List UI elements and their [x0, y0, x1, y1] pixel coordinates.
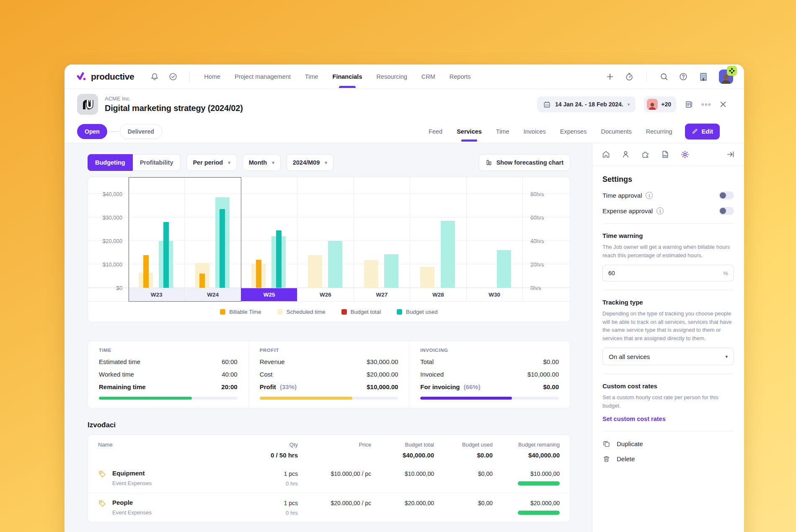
project-header: ACME Inc. Digital marketing strategy (20… — [65, 89, 744, 120]
help-icon[interactable] — [679, 72, 688, 81]
pdf-export-icon[interactable]: PDF — [661, 150, 669, 159]
week-label-w30[interactable]: W30 — [467, 288, 523, 301]
expense-approval-row: Expense approval i — [602, 207, 734, 215]
chart-controls: BudgetingProfitability Per period▾Month▾… — [88, 154, 570, 171]
tab-expenses[interactable]: Expenses — [560, 120, 587, 143]
date-range-picker[interactable]: 14 Jan 24. - 18 Feb 2024. ▾ — [537, 96, 636, 112]
delete-label: Delete — [617, 455, 635, 462]
bar-budget-total-w26 — [328, 241, 342, 288]
week-label-w23[interactable]: W23 — [129, 288, 185, 301]
tracking-type-select[interactable]: On all services ▾ — [602, 348, 734, 365]
tab-recurring[interactable]: Recurring — [646, 120, 672, 143]
organization-building-icon[interactable] — [698, 71, 709, 82]
show-forecasting-chart-button[interactable]: Show forecasting chart — [479, 154, 570, 171]
add-plus-icon[interactable] — [605, 72, 615, 81]
status-pill-open[interactable]: Open — [77, 124, 107, 139]
info-icon[interactable]: i — [646, 192, 653, 199]
stat-value: $0.00 — [543, 358, 559, 365]
approvals-check-icon[interactable] — [168, 72, 178, 81]
edit-button-label: Edit — [702, 128, 713, 135]
cell-budget-total: $10.000,00 — [371, 470, 434, 477]
activity-log-icon[interactable] — [685, 100, 693, 109]
settings-gear-icon[interactable] — [680, 150, 690, 159]
nav-item-financials[interactable]: Financials — [333, 65, 362, 88]
service-category: Event Expenses — [112, 480, 152, 486]
timer-icon[interactable] — [625, 72, 634, 81]
qty-hours: 0 hrs — [235, 510, 298, 516]
time-warning-input[interactable]: 60 % — [602, 265, 734, 281]
week-label-w26[interactable]: W26 — [297, 288, 354, 301]
financial-summary: TIMEEstimated time60:00Worked time40:00R… — [88, 341, 570, 408]
close-icon[interactable] — [719, 100, 727, 108]
nav-item-project-management[interactable]: Project management — [235, 65, 291, 88]
more-options-icon[interactable] — [702, 103, 711, 106]
status-pill-delivered[interactable]: Delivered — [120, 124, 162, 139]
tab-services[interactable]: Services — [457, 120, 482, 143]
chevron-down-icon: ▾ — [325, 160, 327, 165]
notifications-bell-icon[interactable] — [150, 72, 159, 81]
stat-value: 20:00 — [221, 383, 237, 390]
dropdown-month[interactable]: Month▾ — [243, 154, 281, 171]
tab-time[interactable]: Time — [496, 120, 509, 143]
time-approval-toggle[interactable] — [719, 191, 734, 199]
collapse-panel-icon[interactable] — [726, 150, 735, 159]
topbar-divider-2 — [646, 71, 647, 82]
segment-budgeting[interactable]: Budgeting — [88, 154, 133, 171]
dropdown-value: Per period — [193, 159, 223, 166]
delete-button[interactable]: Delete — [602, 455, 734, 463]
nav-item-time[interactable]: Time — [305, 65, 318, 88]
duplicate-label: Duplicate — [617, 440, 643, 447]
chevron-down-icon: ▾ — [725, 354, 728, 359]
expense-approval-toggle[interactable] — [719, 207, 734, 215]
tab-invoices[interactable]: Invoices — [524, 120, 546, 143]
stat-progress-fill — [420, 397, 512, 400]
services-table: Name Qty 0 / 50 hrs Price Budget total $… — [88, 434, 570, 522]
cell-budget-used: $0,00 — [434, 499, 493, 506]
dropdown-2024-m09[interactable]: 2024/M09▾ — [287, 154, 333, 171]
nav-item-resourcing[interactable]: Resourcing — [376, 65, 407, 88]
integrations-puzzle-icon[interactable] — [641, 150, 650, 159]
stat-row-worked-time: Worked time40:00 — [99, 371, 238, 378]
col-price: Price — [298, 442, 371, 448]
tab-feed[interactable]: Feed — [429, 120, 442, 143]
person-icon[interactable] — [621, 150, 630, 159]
productive-logo[interactable]: productive — [76, 72, 134, 82]
bar-budget-total-w27 — [384, 254, 398, 288]
custom-cost-rates-title: Custom cost rates — [602, 382, 734, 390]
duplicate-button[interactable]: Duplicate — [602, 440, 734, 448]
bar-chart-icon — [486, 159, 492, 166]
pencil-icon — [692, 128, 698, 134]
search-icon[interactable] — [659, 72, 669, 81]
cell-budget-used: $0,00 — [434, 470, 493, 477]
status-and-tabs-row: Open Delivered FeedServicesTimeInvoicesE… — [65, 120, 744, 143]
y-axis-tick-hours: 80hrs — [530, 191, 544, 197]
dropdown-per-period[interactable]: Per period▾ — [186, 154, 236, 171]
week-label-w25[interactable]: W25 — [241, 288, 297, 301]
nav-item-reports[interactable]: Reports — [450, 65, 471, 88]
stat-row-estimated-time: Estimated time60:00 — [99, 358, 238, 365]
table-row-people[interactable]: PeopleEvent Expenses1 pcs0 hrs$20.000,00… — [88, 493, 570, 522]
stat-label: Estimated time — [99, 358, 140, 365]
info-icon[interactable]: i — [656, 207, 664, 214]
members-badge[interactable]: +20 — [644, 96, 676, 112]
stat-label: For invoicing (66%) — [420, 383, 480, 390]
week-label-w28[interactable]: W28 — [410, 288, 466, 301]
set-custom-cost-rates-link[interactable]: Set custom cost rates — [602, 416, 666, 422]
home-icon[interactable] — [602, 150, 610, 159]
stat-label-suffix: (33%) — [278, 383, 297, 390]
stat-row-remaining-time: Remaining time20:00 — [99, 383, 238, 390]
week-label-w27[interactable]: W27 — [354, 288, 410, 301]
user-avatar[interactable] — [719, 70, 733, 84]
table-row-equipment[interactable]: EquipmentEvent Expenses1 pcs0 hrs$10.000… — [88, 464, 570, 493]
tab-documents[interactable]: Documents — [601, 120, 631, 143]
segment-profitability[interactable]: Profitability — [133, 154, 181, 171]
col-budget-total: Budget total — [371, 442, 434, 448]
edit-button[interactable]: Edit — [685, 124, 720, 139]
stat-title-profit: PROFIT — [260, 348, 398, 353]
legend-label: Billable Time — [229, 309, 261, 315]
nav-item-home[interactable]: Home — [204, 65, 220, 88]
nav-item-crm[interactable]: CRM — [421, 65, 435, 88]
tracking-type-value: On all services — [609, 353, 650, 360]
week-label-w24[interactable]: W24 — [185, 288, 241, 301]
top-navigation-bar: productive HomeProject managementTimeFin… — [65, 65, 744, 89]
